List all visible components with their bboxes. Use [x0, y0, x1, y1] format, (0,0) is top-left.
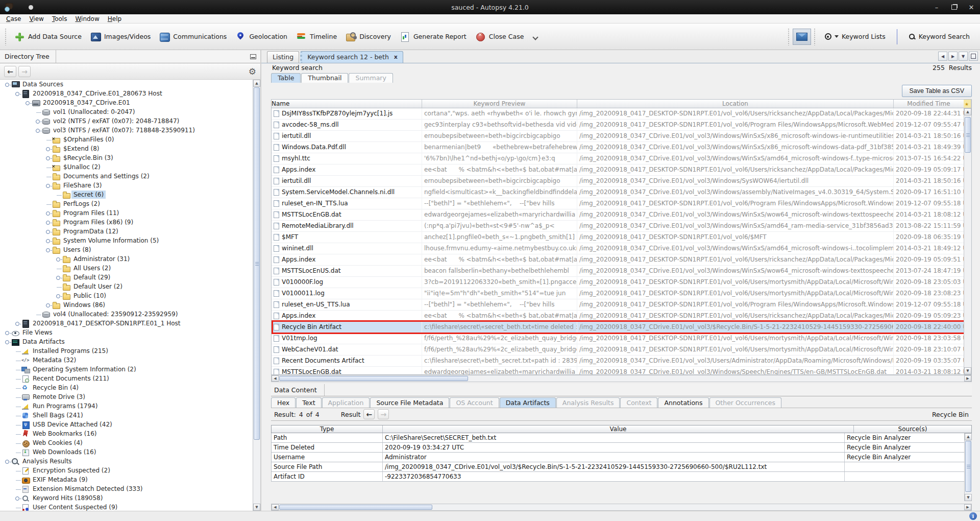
- result-row[interactable]: V0100011.log "ii"iq!e=5m"h"dh"«beth_smit…: [272, 288, 964, 299]
- tree-expand-handle[interactable]: [14, 366, 21, 373]
- tree-item[interactable]: vol4 (Unallocated: 23590912-23592959): [0, 310, 253, 319]
- tree-item[interactable]: Windows (86): [0, 300, 253, 310]
- toolbar-button[interactable]: Add Data Source: [10, 29, 86, 45]
- menu-item[interactable]: Case: [2, 15, 25, 22]
- column-header-value[interactable]: Value: [383, 425, 854, 433]
- tree-item[interactable]: System Volume Information (5): [0, 236, 253, 245]
- tree-item[interactable]: FileShare (3): [0, 181, 253, 190]
- tree-item[interactable]: Recent Documents (211): [0, 374, 253, 383]
- tree-item[interactable]: $OrphanFiles (0): [0, 135, 253, 144]
- tree-item[interactable]: 20200918_0347_CDrive.E01_280673 Host: [0, 89, 253, 98]
- tree-expand-handle[interactable]: [24, 99, 32, 106]
- tree-expand-handle[interactable]: [45, 163, 52, 171]
- tree-expand-handle[interactable]: [14, 412, 21, 419]
- tree-item[interactable]: Secret (6): [0, 190, 253, 199]
- tree-item[interactable]: Data Artifacts: [0, 337, 253, 346]
- tree-expand-handle[interactable]: [45, 301, 52, 309]
- tree-item[interactable]: Operating System Information (2): [0, 365, 253, 374]
- tree-expand-handle[interactable]: [45, 173, 52, 180]
- tree-expand-handle[interactable]: [14, 439, 21, 446]
- result-row[interactable]: Recycle Bin Artifact c:\fileshare\secret…: [272, 322, 964, 333]
- scrollbar-thumb[interactable]: [279, 376, 468, 381]
- tree-item[interactable]: Remote Drive (3): [0, 392, 253, 401]
- keyword-search-button[interactable]: Keyword Search: [902, 30, 976, 43]
- tree-item[interactable]: ProgramData (12): [0, 227, 253, 236]
- tree-expand-handle[interactable]: [4, 329, 11, 336]
- tree-expand-handle[interactable]: [4, 81, 11, 88]
- tree-expand-handle[interactable]: [45, 246, 52, 253]
- result-row[interactable]: $MFT anchez[1].pngfile0«beth_s«~1.pngbet…: [272, 232, 964, 243]
- artifact-attribute-row[interactable]: Time Deleted 2020-09-19 03:34:27 UTC Rec…: [271, 443, 964, 453]
- tree-expand-handle[interactable]: [14, 421, 21, 428]
- detail-horizontal-scrollbar[interactable]: ◀ ▶: [271, 504, 972, 511]
- result-row[interactable]: ruleset_en-IN_TTS.lua --["bethl"] = "«be…: [272, 198, 964, 209]
- view-tab[interactable]: Keyword search 12 - beth x: [300, 51, 403, 63]
- tree-expand-handle[interactable]: [14, 504, 21, 511]
- restore-button[interactable]: [945, 0, 963, 14]
- tree-item[interactable]: Extension Mismatch Detected (333): [0, 484, 253, 493]
- toolbar-button[interactable]: Timeline: [291, 29, 341, 45]
- column-header-sources[interactable]: Source(s): [854, 425, 971, 433]
- tree-item[interactable]: Data Sources: [0, 80, 253, 89]
- tree-expand-handle[interactable]: [14, 476, 21, 483]
- keyword-lists-button[interactable]: Keyword Lists: [819, 30, 892, 43]
- tree-expand-handle[interactable]: [55, 265, 62, 272]
- tree-expand-handle[interactable]: [14, 402, 21, 410]
- column-header-modified-time[interactable]: Modified Time: [894, 100, 964, 108]
- scroll-right-icon[interactable]: ▶: [964, 375, 971, 382]
- tree-expand-handle[interactable]: [45, 136, 52, 143]
- data-content-tab[interactable]: Hex: [271, 397, 296, 408]
- tree-expand-handle[interactable]: [35, 127, 42, 134]
- result-row[interactable]: V01tmp.log f/f6/perth_%28au%29%«2c_eliza…: [272, 333, 964, 344]
- tree-expand-handle[interactable]: [45, 228, 52, 235]
- tree-item[interactable]: Metadata (32): [0, 356, 253, 365]
- close-button[interactable]: ✕: [963, 0, 980, 14]
- result-row[interactable]: MSTTSLocEnGB.dat edwardgeorgejames«eliza…: [272, 367, 964, 374]
- result-row[interactable]: Apps.index ee<bat % <batm&h<«beth«$ bat,…: [272, 311, 964, 322]
- back-button[interactable]: ←: [4, 66, 16, 77]
- result-row[interactable]: Apps.index ee<bat % <batm&h<«beth«$ bat,…: [272, 254, 964, 266]
- tree-item[interactable]: vol2 (NTFS / exFAT (0x07): 2048-718847): [0, 116, 253, 126]
- previous-result-button[interactable]: ←: [363, 409, 375, 419]
- scrollbar-thumb[interactable]: [254, 87, 260, 440]
- scroll-up-icon[interactable]: ▲: [964, 108, 971, 115]
- toolbar-button[interactable]: Geolocation: [231, 29, 291, 45]
- tree-vertical-scrollbar[interactable]: ▲ ▼: [253, 80, 260, 511]
- toolbar-button[interactable]: Generate Report: [395, 29, 471, 45]
- tree-expand-handle[interactable]: [45, 237, 52, 244]
- tree-item[interactable]: Installed Programs (215): [0, 346, 253, 356]
- forward-button[interactable]: →: [18, 66, 31, 77]
- result-row[interactable]: DsjMIY8ssTKfbPZ870ylejm7yyc[1].js cortan…: [272, 108, 964, 120]
- tree-expand-handle[interactable]: [35, 311, 42, 318]
- tree-item[interactable]: Administrator (31): [0, 254, 253, 264]
- tree-item[interactable]: Program Files (x86) (9): [0, 218, 253, 227]
- gear-icon[interactable]: ⚙: [249, 66, 256, 77]
- menu-item[interactable]: View: [25, 15, 47, 22]
- minimize-panel-icon[interactable]: [250, 54, 256, 59]
- tab-scroll-left-icon[interactable]: ◀: [938, 52, 947, 61]
- info-icon[interactable]: i: [969, 512, 977, 520]
- detail-vertical-scrollbar[interactable]: ▲ ▼: [964, 433, 972, 501]
- tree-item[interactable]: vol1 (Unallocated: 0-2047): [0, 107, 253, 116]
- tree-item[interactable]: Run Programs (1794): [0, 401, 253, 411]
- scroll-left-icon[interactable]: ◀: [272, 504, 279, 510]
- tree-item[interactable]: EXIF Metadata (9): [0, 475, 253, 484]
- tree-item[interactable]: Encryption Suspected (2): [0, 466, 253, 475]
- tree-expand-handle[interactable]: [45, 200, 52, 207]
- tree-expand-handle[interactable]: [35, 108, 42, 115]
- close-tab-icon[interactable]: x: [394, 54, 398, 60]
- tree-expand-handle[interactable]: [14, 485, 21, 492]
- column-header-keyword-preview[interactable]: Keyword Preview: [422, 100, 577, 108]
- toolbar-button[interactable]: Close Case: [471, 29, 528, 45]
- tree-item[interactable]: Default (29): [0, 273, 253, 282]
- tree-expand-handle[interactable]: [14, 467, 21, 474]
- tree-item[interactable]: User Content Suspected (9): [0, 503, 253, 511]
- data-content-tab[interactable]: Application: [322, 397, 370, 408]
- tree-expand-handle[interactable]: [14, 384, 21, 391]
- tree-item[interactable]: Web Bookmarks (16): [0, 429, 253, 438]
- result-row[interactable]: V010000F.log 3?cb=20191122063320«beth_sm…: [272, 277, 964, 288]
- column-header-name[interactable]: Name: [272, 100, 422, 108]
- artifact-attribute-row[interactable]: Artifact ID -9223372036854770633: [271, 472, 964, 482]
- tree-item[interactable]: Public (10): [0, 291, 253, 300]
- scroll-right-icon[interactable]: ▶: [964, 504, 971, 510]
